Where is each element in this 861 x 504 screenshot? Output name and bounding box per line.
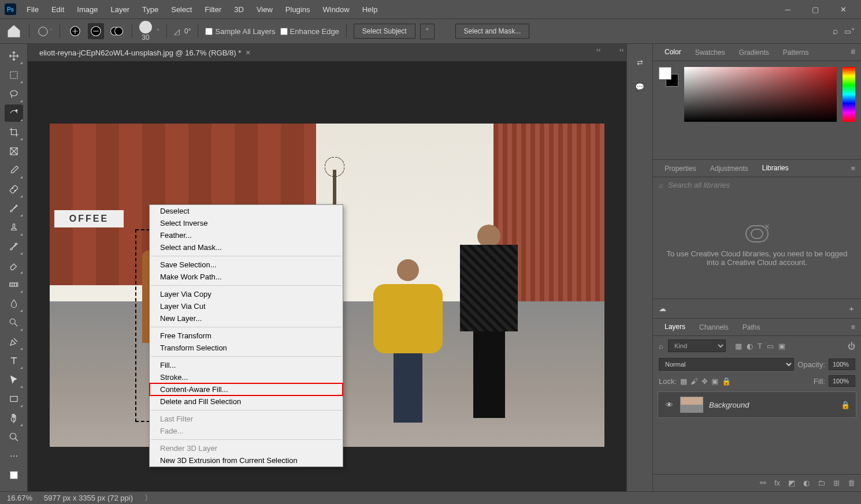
delete-layer-icon[interactable]: 🗑 (848, 479, 855, 487)
brush-preview-icon[interactable] (139, 21, 152, 33)
brush-mode-intersect-icon[interactable] (109, 23, 125, 39)
maximize-button[interactable]: ▢ (802, 1, 829, 17)
filter-search-icon[interactable]: ⌕ (659, 342, 663, 350)
libraries-search[interactable]: ⌕ Search all libraries (653, 177, 861, 193)
layer-mask-icon[interactable]: ◩ (788, 479, 795, 487)
menu-window[interactable]: Window (317, 3, 355, 16)
cloud-sync-icon[interactable]: ☁ (659, 304, 666, 313)
minimize-button[interactable]: ─ (774, 1, 801, 17)
quick-selection-tool[interactable] (5, 104, 23, 122)
menu-edit[interactable]: Edit (46, 3, 70, 16)
path-selection-tool[interactable] (5, 371, 23, 389)
zoom-tool[interactable] (5, 428, 23, 446)
hand-tool[interactable] (5, 409, 23, 427)
filter-adjust-icon[interactable]: ◐ (747, 342, 753, 350)
healing-tool[interactable] (5, 181, 23, 198)
lock-transparent-icon[interactable]: ▩ (680, 377, 687, 386)
ctx-feather[interactable]: Feather... (150, 229, 343, 241)
workspace-icon[interactable]: ▭˅ (844, 27, 855, 36)
layer-filter-kind[interactable]: Kind (668, 339, 726, 352)
menu-type[interactable]: Type (136, 3, 164, 16)
move-tool[interactable] (5, 47, 23, 65)
filter-shape-icon[interactable]: ▭ (767, 342, 774, 350)
ctx-new-layer[interactable]: New Layer... (150, 312, 343, 324)
link-layers-icon[interactable]: ⚯ (760, 479, 766, 487)
comments-icon[interactable]: 💬 (633, 80, 647, 94)
filter-toggle-icon[interactable]: ⏻ (848, 342, 855, 350)
select-subject-dropdown[interactable]: ˅ (420, 24, 435, 39)
lock-all-icon[interactable]: 🔒 (722, 377, 731, 386)
document-tab[interactable]: eliott-reyna-jCEpN62oWL4-unsplash.jpg @ … (34, 45, 256, 60)
lock-position-icon[interactable]: ✥ (702, 377, 708, 386)
filter-pixel-icon[interactable]: ▦ (735, 342, 742, 350)
edit-toolbar-icon[interactable]: ⋯ (5, 447, 23, 465)
ctx-stroke[interactable]: Stroke... (150, 371, 343, 383)
select-subject-button[interactable]: Select Subject (354, 24, 415, 39)
layer-style-icon[interactable]: fx (774, 479, 780, 487)
blur-tool[interactable] (5, 295, 23, 312)
tab-gradients[interactable]: Gradients (733, 46, 775, 59)
group-icon[interactable]: 🗀 (818, 479, 825, 487)
layer-background[interactable]: 👁 Background 🔒 (658, 391, 856, 418)
menu-select[interactable]: Select (165, 3, 198, 16)
foreground-background-swatch[interactable] (659, 67, 678, 87)
close-tab-icon[interactable]: × (246, 48, 250, 57)
dodge-tool[interactable] (5, 314, 23, 331)
ctx-layer-via-cut[interactable]: Layer Via Cut (150, 300, 343, 312)
sample-all-layers-checkbox[interactable]: Sample All Layers (205, 27, 275, 36)
menu-image[interactable]: Image (71, 3, 103, 16)
zoom-level[interactable]: 16.67% (7, 494, 32, 502)
new-layer-icon[interactable]: ⊞ (833, 479, 840, 487)
collapse-strip-icon[interactable]: ‹‹ (619, 46, 624, 53)
tab-libraries[interactable]: Libraries (756, 162, 795, 176)
layer-name-label[interactable]: Background (709, 401, 835, 409)
menu-layer[interactable]: Layer (105, 3, 136, 16)
ctx-select-and-mask[interactable]: Select and Mask... (150, 241, 343, 253)
tab-paths[interactable]: Paths (737, 321, 766, 334)
filter-type-icon[interactable]: T (758, 342, 762, 350)
layer-thumbnail[interactable] (680, 397, 703, 413)
crop-tool[interactable] (5, 124, 23, 141)
ctx-free-transform[interactable]: Free Transform (150, 330, 343, 342)
menu-filter[interactable]: Filter (199, 3, 227, 16)
ctx-layer-via-copy[interactable]: Layer Via Copy (150, 288, 343, 300)
ctx-transform-selection[interactable]: Transform Selection (150, 342, 343, 354)
search-icon[interactable]: ⌕ (833, 26, 838, 36)
brush-mode-subtract-icon[interactable] (88, 23, 104, 39)
brush-mode-add-icon[interactable] (67, 23, 83, 39)
close-button[interactable]: ✕ (830, 1, 856, 17)
lasso-tool[interactable] (5, 85, 23, 103)
tool-preset-icon[interactable]: ˅ (36, 23, 53, 39)
ctx-fill[interactable]: Fill... (150, 359, 343, 371)
add-library-icon[interactable]: ＋ (848, 304, 855, 314)
lock-artboard-icon[interactable]: ▣ (711, 377, 718, 386)
panel-icon-1[interactable]: ⇄ (633, 55, 647, 69)
stamp-tool[interactable] (5, 219, 23, 236)
color-swatches-icon[interactable] (5, 466, 23, 484)
filter-smart-icon[interactable]: ▣ (778, 342, 785, 350)
brush-tool[interactable] (5, 200, 23, 217)
marquee-tool[interactable] (5, 66, 23, 84)
ctx-content-aware-fill[interactable]: Content-Aware Fill... (150, 383, 343, 395)
eraser-tool[interactable] (5, 257, 23, 274)
eyedropper-tool[interactable] (5, 162, 23, 179)
select-and-mask-button[interactable]: Select and Mask... (455, 24, 530, 39)
collapse-right-icon[interactable]: ›› (851, 46, 855, 53)
tab-layers[interactable]: Layers (659, 320, 691, 334)
hue-slider[interactable] (843, 67, 855, 122)
tab-swatches[interactable]: Swatches (689, 46, 731, 59)
history-brush-tool[interactable] (5, 238, 23, 255)
pen-tool[interactable] (5, 333, 23, 350)
layer-visibility-icon[interactable]: 👁 (664, 401, 674, 409)
doc-dimensions[interactable]: 5977 px x 3355 px (72 ppi) (44, 494, 133, 502)
adjustment-layer-icon[interactable]: ◐ (803, 479, 810, 487)
gradient-tool[interactable] (5, 276, 23, 293)
lock-brush-icon[interactable]: 🖌 (691, 377, 698, 386)
menu-plugins[interactable]: Plugins (280, 3, 316, 16)
tab-patterns[interactable]: Patterns (777, 46, 815, 59)
frame-tool[interactable] (5, 143, 23, 160)
ctx-new-3d-extrusion-from-current-selection[interactable]: New 3D Extrusion from Current Selection (150, 454, 343, 466)
tab-adjustments[interactable]: Adjustments (704, 162, 754, 175)
tab-channels[interactable]: Channels (693, 321, 734, 334)
opacity-value[interactable]: 100% (829, 359, 855, 370)
